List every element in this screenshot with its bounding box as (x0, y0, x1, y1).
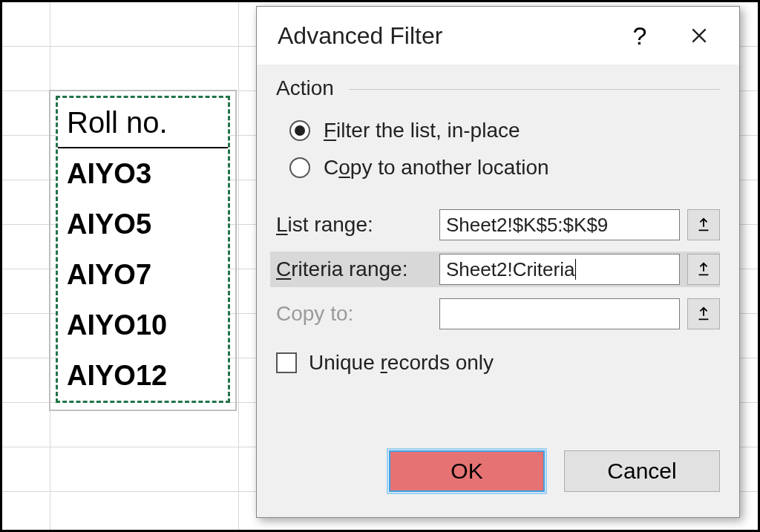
criteria-range-label: Criteria range: (276, 257, 432, 281)
copy-to-label: Copy to: (276, 302, 432, 326)
action-radio-group: Filter the list, in-place Copy to anothe… (289, 112, 720, 186)
checkbox-label: Unique records only (309, 351, 494, 375)
table-row[interactable]: AIYO7 (58, 249, 228, 300)
cancel-button[interactable]: Cancel (564, 450, 720, 492)
list-range-input[interactable]: Sheet2!$K$5:$K$9 (439, 209, 680, 240)
table-row[interactable]: AIYO5 (58, 199, 228, 249)
selected-column[interactable]: Roll no. AIYO3 AIYO5 AIYO7 AIYO10 AIYO12 (56, 96, 230, 403)
list-range-row: List range: Sheet2!$K$5:$K$9 (276, 207, 720, 243)
radio-label: Copy to another location (324, 156, 549, 180)
help-icon[interactable]: ? (616, 15, 664, 56)
table-row[interactable]: AIYO10 (58, 300, 228, 350)
dialog-title: Advanced Filter (278, 22, 604, 50)
action-section-label: Action (276, 76, 720, 100)
collapse-dialog-icon[interactable] (687, 298, 720, 329)
copy-to-input (439, 298, 680, 329)
table-row[interactable]: AIYO12 (58, 350, 228, 401)
radio-indicator-icon (289, 157, 310, 178)
dialog-titlebar: Advanced Filter ? (257, 7, 739, 65)
radio-copy-location[interactable]: Copy to another location (289, 149, 720, 186)
criteria-range-input[interactable]: Sheet2!Criteria (439, 254, 680, 285)
dialog-buttons: OK Cancel (257, 433, 739, 510)
copy-to-row: Copy to: (276, 296, 720, 332)
checkbox-icon (276, 352, 297, 373)
close-icon[interactable] (675, 15, 723, 56)
ok-button[interactable]: OK (389, 450, 545, 492)
column-header[interactable]: Roll no. (58, 98, 228, 148)
dialog-body: Action Filter the list, in-place Copy to… (257, 65, 739, 381)
collapse-dialog-icon[interactable] (687, 209, 720, 240)
radio-indicator-icon (289, 120, 310, 141)
collapse-dialog-icon[interactable] (687, 254, 720, 285)
radio-label: Filter the list, in-place (324, 119, 520, 142)
advanced-filter-dialog: Advanced Filter ? Action Filter the list… (256, 6, 740, 518)
radio-filter-inplace[interactable]: Filter the list, in-place (289, 112, 720, 149)
unique-records-checkbox[interactable]: Unique records only (276, 345, 720, 381)
table-row[interactable]: AIYO3 (58, 148, 228, 199)
criteria-range-row: Criteria range: Sheet2!Criteria (270, 252, 720, 287)
list-range-label: List range: (276, 213, 432, 237)
